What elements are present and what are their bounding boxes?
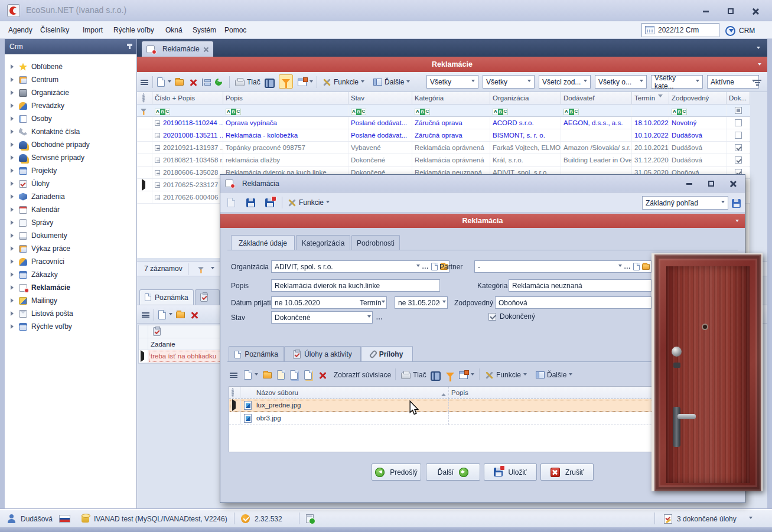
show-related-button[interactable]: Zobraziť súvisiace [331, 370, 393, 380]
save-button[interactable]: Uložiť [484, 464, 537, 481]
cancel-button[interactable]: Zrušiť [540, 464, 594, 481]
dialog-save-close-button[interactable] [265, 197, 274, 208]
att-paste-button[interactable] [304, 370, 312, 380]
search-button[interactable] [265, 77, 275, 87]
att-print-button[interactable]: Tlač [401, 370, 429, 380]
menu-import[interactable]: Import [79, 21, 106, 39]
new-record-button[interactable] [157, 77, 165, 87]
sidebar-item-vykaz-prace[interactable]: Výkaz práce [5, 242, 136, 255]
expand-arrow-icon[interactable] [11, 103, 16, 108]
layout-button[interactable] [298, 77, 307, 87]
license-status[interactable] [306, 514, 314, 524]
functions-button[interactable]: Funkcie [323, 77, 364, 87]
att-menu-button[interactable] [230, 370, 237, 380]
expand-arrow-icon[interactable] [11, 181, 16, 186]
save-view-button[interactable] [732, 198, 741, 208]
menu-system[interactable]: Systém [189, 21, 220, 39]
ellipsis-button[interactable]: ... [624, 263, 631, 270]
next-button[interactable]: Ďalší [426, 464, 480, 481]
organizacia-field[interactable]: ADIVIT, spol. s r.o. ... [271, 260, 449, 273]
expand-plus-icon[interactable] [155, 120, 160, 126]
sidebar-item-dokumenty[interactable]: Dokumenty [5, 229, 136, 242]
expand-arrow-icon[interactable] [11, 311, 16, 316]
expand-arrow-icon[interactable] [11, 233, 16, 238]
att-more-button[interactable]: Ďalšie [536, 370, 572, 380]
att-new-button[interactable] [244, 370, 252, 380]
expand-arrow-icon[interactable] [11, 64, 16, 69]
delete-record-button[interactable] [189, 77, 197, 87]
menu-rychle-volby[interactable]: Rýchle voľby [110, 21, 158, 39]
dialog-minimize-button[interactable] [682, 178, 697, 189]
dialog-save-button[interactable] [246, 197, 255, 208]
open-card-icon[interactable] [633, 263, 640, 270]
att-copy-button[interactable] [290, 370, 298, 380]
termin-field[interactable]: ne 31.05.2020 [395, 296, 448, 309]
filter-cislo[interactable]: ABC [152, 105, 223, 116]
menu-pomoc[interactable]: Pomoc [221, 21, 250, 39]
table-row[interactable]: 20180821-103458 r... reklamácia dlažby D… [137, 154, 750, 167]
expand-arrow-icon[interactable] [11, 246, 16, 251]
banner-dropdown-icon[interactable] [758, 63, 761, 67]
dialog-functions-button[interactable]: Funkcie [288, 197, 330, 208]
expand-arrow-icon[interactable] [11, 272, 16, 277]
table-row[interactable]: 20210921-131937 ... Topánky pracovné 098… [137, 142, 750, 154]
detail-tab-ulohy[interactable]: Úlohy a aktivity [284, 346, 361, 362]
menu-toggle-button[interactable] [141, 77, 148, 87]
table-row[interactable]: 20190118-110244 ... Oprava vypínača Posl… [137, 117, 750, 129]
tab-reklamacie[interactable]: Reklamácie [142, 41, 213, 57]
dropdown-icon[interactable] [442, 301, 446, 305]
expand-plus-icon[interactable] [155, 182, 160, 188]
refresh-button[interactable] [215, 77, 222, 87]
sidebar-item-kalendar[interactable]: Kalendár [5, 203, 136, 216]
database-status[interactable]: IVANAD test (MySQL/IVANADtest, V2246) [82, 514, 227, 524]
tab-poznamka[interactable]: Poznámka [139, 289, 194, 305]
popis-field[interactable]: Reklamácia dvierok na kuch.linke [271, 279, 440, 292]
filter-select-active[interactable]: Aktívne [707, 75, 759, 89]
stav-ellipsis-button[interactable]: ... [376, 311, 383, 323]
expand-arrow-icon[interactable] [11, 324, 16, 329]
pin-icon[interactable] [129, 44, 131, 49]
col-nazov-suboru[interactable]: Názov súboru [254, 387, 449, 399]
filter-select-2[interactable]: Všetky [483, 75, 535, 89]
att-new-dropdown[interactable] [255, 370, 258, 380]
detail-tab-prilohy[interactable]: Prílohy [361, 346, 413, 362]
dok-checkbox[interactable] [735, 119, 742, 126]
layout-dropdown[interactable] [310, 77, 313, 87]
filter-organizacia[interactable]: ABC [490, 105, 561, 116]
expand-arrow-icon[interactable] [11, 77, 16, 82]
folder-icon[interactable] [642, 264, 650, 270]
sidebar-item-rychle-volby[interactable]: Rýchle voľby [5, 320, 136, 333]
sidebar-item-oblubene[interactable]: Obľúbené [5, 60, 136, 73]
sidebar-item-spravy[interactable]: Správy [5, 216, 136, 229]
filter-popis[interactable]: ABC [223, 105, 348, 116]
grid-corner[interactable] [137, 92, 152, 104]
notes-new-dropdown[interactable] [169, 309, 172, 320]
dok-checkbox-checked[interactable] [735, 144, 742, 151]
dok-checkbox-checked[interactable] [735, 156, 742, 164]
detail-tab-poznamka[interactable]: Poznámka [229, 346, 284, 362]
hierarchy-button[interactable] [202, 77, 210, 87]
expand-arrow-icon[interactable] [11, 259, 16, 264]
filter-zodpovedny[interactable]: ABC [669, 105, 727, 116]
col-popis[interactable]: Popis [223, 92, 348, 104]
att-delete-button[interactable] [318, 370, 326, 380]
print-button[interactable]: Tlač [235, 77, 263, 87]
menu-agendy[interactable]: Agendy [5, 21, 36, 39]
expand-arrow-icon[interactable] [11, 194, 16, 199]
sidebar-item-zariadenia[interactable]: Zariadenia [5, 190, 136, 203]
sidebar-item-servisne-pripady[interactable]: Servisné prípady [5, 151, 136, 164]
sidebar-item-mailingy[interactable]: Mailingy [5, 294, 136, 307]
dropdown-icon[interactable] [416, 265, 420, 269]
records-filter-dropdown[interactable] [211, 267, 214, 271]
tab-kategorizacia[interactable]: Kategorizácia [296, 235, 350, 250]
expand-arrow-icon[interactable] [11, 207, 16, 212]
open-card-icon[interactable] [431, 263, 438, 270]
att-layout-button[interactable] [459, 370, 468, 380]
tab-podrobnosti[interactable]: Podrobnosti [351, 235, 400, 250]
expand-arrow-icon[interactable] [11, 285, 16, 290]
col-stav[interactable]: Stav [348, 92, 412, 104]
tab-ulohy-partial[interactable] [195, 289, 220, 305]
expand-arrow-icon[interactable] [11, 129, 16, 134]
notes-new-button[interactable] [158, 309, 166, 320]
sidebar-item-reklamacie[interactable]: Reklamácie [5, 281, 136, 294]
